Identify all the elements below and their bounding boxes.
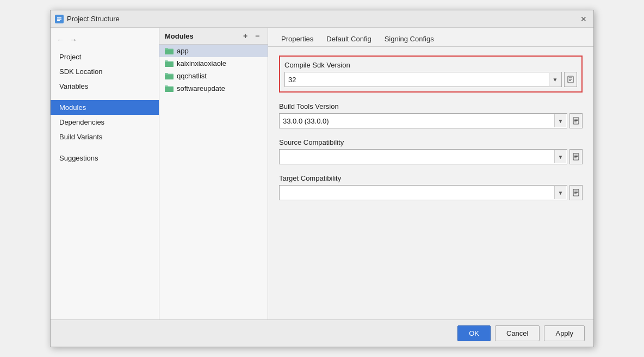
project-structure-dialog: Project Structure ✕ ← → Project SDK Loca… [50,10,594,347]
build-tools-field-row: ▼ [279,113,583,128]
sidebar-item-suggestions[interactable]: Suggestions [51,151,159,165]
compile-sdk-field-row: ▼ [284,72,577,87]
sidebar: ← → Project SDK Location Variables Modul… [51,28,159,319]
modules-header: Modules + − [159,28,268,45]
sidebar-item-variables[interactable]: Variables [51,79,159,94]
source-compat-action-btn[interactable] [569,149,583,164]
module-label-app: app [177,47,189,55]
apply-button[interactable]: Apply [544,325,585,341]
dialog-icon [55,15,64,23]
nav-back-button[interactable]: ← [55,34,66,45]
svg-rect-4 [165,50,174,54]
dialog-body: ← → Project SDK Location Variables Modul… [51,28,593,319]
modules-toolbar: + − [240,31,262,41]
modules-header-label: Modules [165,32,194,40]
folder-icon-qqchatlist [165,72,174,80]
ok-button[interactable]: OK [457,325,491,341]
cancel-button[interactable]: Cancel [495,325,540,341]
compile-sdk-label: Compile Sdk Version [284,61,577,69]
module-item-qqchatlist[interactable]: qqchatlist [159,70,268,82]
sidebar-item-build-variants[interactable]: Build Variants [51,130,159,144]
svg-rect-3 [57,20,60,21]
target-compat-input[interactable] [279,185,567,200]
build-tools-dropdown-arrow[interactable]: ▼ [554,114,566,127]
tab-signing-configs[interactable]: Signing Configs [378,32,441,47]
svg-rect-2 [57,19,61,20]
svg-rect-1 [57,17,61,19]
title-bar: Project Structure ✕ [51,10,593,28]
source-compat-input-wrap: ▼ [279,149,567,164]
target-compat-dropdown-arrow[interactable]: ▼ [554,186,566,199]
build-tools-input[interactable] [279,113,567,128]
compile-sdk-group: Compile Sdk Version ▼ [279,56,583,93]
tab-default-config[interactable]: Default Config [320,32,377,47]
module-item-softwareupdate[interactable]: softwareupdate [159,82,268,95]
module-item-kaixinxiaoxiaole[interactable]: kaixinxiaoxiaole [159,57,268,70]
target-compat-group: Target Compatibility ▼ [279,174,583,200]
folder-icon-kaixinxiaoxiaole [165,60,174,67]
nav-forward-button[interactable]: → [68,34,79,45]
title-bar-left: Project Structure [55,15,120,23]
target-compat-field-row: ▼ [279,185,583,200]
compile-sdk-dropdown-arrow[interactable]: ▼ [549,73,561,86]
source-compat-group: Source Compatibility ▼ [279,138,583,164]
sidebar-item-project[interactable]: Project [51,50,159,64]
add-module-button[interactable]: + [240,31,250,41]
nav-arrows: ← → [51,32,159,50]
split-panel: Modules + − app [159,28,593,319]
build-tools-label: Build Tools Version [279,102,583,110]
props-content: Compile Sdk Version ▼ [268,47,593,319]
tab-properties[interactable]: Properties [275,32,320,47]
module-label-qqchatlist: qqchatlist [177,72,207,80]
module-label-kaixinxiaoxiaole: kaixinxiaoxiaole [177,59,226,67]
folder-icon-app [165,47,174,55]
build-tools-group: Build Tools Version ▼ [279,102,583,128]
source-compat-label: Source Compatibility [279,138,583,146]
compile-sdk-input-wrap: ▼ [284,72,562,87]
target-compat-input-wrap: ▼ [279,185,567,200]
compile-sdk-input[interactable] [284,72,562,87]
source-compat-dropdown-arrow[interactable]: ▼ [554,150,566,163]
module-list: app kaixinxiaoxiaole [159,45,268,319]
dialog-footer: OK Cancel Apply [51,319,593,347]
modules-subpanel: Modules + − app [159,28,268,319]
folder-icon-softwareupdate [165,85,174,93]
module-label-softwareupdate: softwareupdate [177,84,225,93]
source-compat-field-row: ▼ [279,149,583,164]
sidebar-item-dependencies[interactable]: Dependencies [51,115,159,130]
target-compat-action-btn[interactable] [569,185,583,200]
remove-module-button[interactable]: − [252,31,262,41]
build-tools-input-wrap: ▼ [279,113,567,128]
svg-rect-5 [165,62,174,67]
svg-rect-6 [165,75,174,79]
module-item-app[interactable]: app [159,45,268,57]
compile-sdk-action-btn[interactable] [564,72,577,87]
close-button[interactable]: ✕ [578,14,589,24]
props-tabs: Properties Default Config Signing Config… [268,28,593,47]
dialog-title: Project Structure [67,15,120,23]
properties-panel: Properties Default Config Signing Config… [268,28,593,319]
build-tools-action-btn[interactable] [569,113,583,128]
sidebar-item-modules[interactable]: Modules [51,100,159,115]
source-compat-input[interactable] [279,149,567,164]
sidebar-item-sdk-location[interactable]: SDK Location [51,64,159,79]
svg-rect-7 [165,87,174,92]
target-compat-label: Target Compatibility [279,174,583,182]
